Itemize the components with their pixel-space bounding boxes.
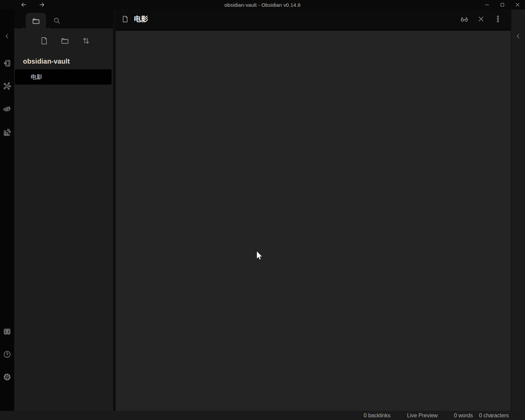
file-item-selected[interactable]: 电影 (15, 69, 112, 85)
pane-header-divider (116, 28, 511, 31)
live-preview-toggle[interactable]: Live Preview (407, 413, 438, 419)
new-note-button[interactable] (39, 35, 49, 47)
left-ribbon (0, 9, 14, 411)
search-icon (52, 16, 61, 25)
tab-file-explorer[interactable] (26, 13, 46, 28)
document-icon (121, 15, 129, 23)
back-button[interactable] (19, 1, 28, 9)
right-ribbon (511, 9, 525, 411)
daily-note-button[interactable] (1, 103, 13, 115)
sort-order-button[interactable] (81, 35, 91, 47)
maximize-button[interactable] (498, 1, 507, 9)
arrow-left-icon (20, 1, 27, 8)
history-nav (19, 1, 47, 9)
close-window-button[interactable] (513, 1, 522, 9)
daily-note-icon (3, 105, 12, 113)
titlebar: obsidian-vault - Obsidian v0.14.6 (0, 0, 525, 9)
maximize-icon (499, 2, 505, 8)
more-options-button[interactable] (492, 13, 504, 25)
chevron-left-icon (515, 33, 522, 40)
gear-icon (3, 373, 12, 381)
file-list: 电影 (14, 69, 113, 85)
random-note-icon (3, 128, 12, 136)
chevron-left-icon (4, 33, 10, 40)
help-icon (3, 350, 12, 359)
graph-view-button[interactable] (1, 80, 13, 92)
sort-icon (82, 36, 91, 45)
folder-icon (31, 16, 41, 25)
graph-view-icon (3, 82, 12, 90)
vault-name: obsidian-vault (14, 58, 113, 65)
reading-mode-button[interactable] (458, 13, 470, 25)
window-controls (482, 0, 522, 9)
minimize-icon (484, 2, 490, 8)
random-note-button[interactable] (1, 126, 13, 138)
help-button[interactable] (1, 349, 13, 360)
tab-search[interactable] (47, 13, 67, 28)
ribbon-top-group (1, 57, 13, 138)
forward-button[interactable] (37, 1, 47, 9)
collapse-left-sidebar-button[interactable] (1, 30, 13, 42)
arrow-right-icon (39, 1, 45, 8)
status-bar: 0 backlinks Live Preview 0 words 0 chara… (0, 411, 525, 420)
quick-switcher-button[interactable] (1, 57, 13, 69)
main-pane: 电影 (116, 9, 511, 411)
new-folder-button[interactable] (60, 35, 70, 47)
ribbon-bottom-group (1, 326, 13, 383)
new-note-icon (40, 36, 49, 45)
backlinks-count[interactable]: 0 backlinks (364, 413, 390, 419)
file-explorer-panel: obsidian-vault 电影 (14, 28, 113, 411)
close-icon (477, 15, 485, 23)
close-note-button[interactable] (475, 13, 487, 25)
expand-right-sidebar-button[interactable] (512, 30, 524, 42)
close-icon (515, 2, 521, 8)
kebab-icon (494, 15, 502, 23)
quick-switcher-icon (3, 59, 12, 67)
editor-area[interactable] (116, 31, 511, 411)
word-count[interactable]: 0 words (454, 413, 473, 419)
window-title: obsidian-vault - Obsidian v0.14.6 (0, 2, 525, 8)
glasses-icon (460, 15, 469, 24)
file-explorer-actions (14, 35, 113, 47)
sidebar-tab-bar (14, 9, 113, 28)
minimize-button[interactable] (482, 1, 492, 9)
settings-button[interactable] (1, 371, 13, 383)
workspace: obsidian-vault 电影 电影 (0, 9, 525, 411)
left-sidebar: obsidian-vault 电影 (14, 9, 116, 411)
note-title: 电影 (134, 14, 148, 24)
character-count[interactable]: 0 characters (479, 413, 509, 419)
open-vault-button[interactable] (1, 326, 13, 337)
vault-icon (3, 327, 12, 336)
new-folder-icon (60, 36, 70, 45)
obsidian-window: obsidian-vault - Obsidian v0.14.6 (0, 0, 525, 420)
note-header: 电影 (116, 9, 511, 28)
note-header-actions (458, 13, 504, 25)
